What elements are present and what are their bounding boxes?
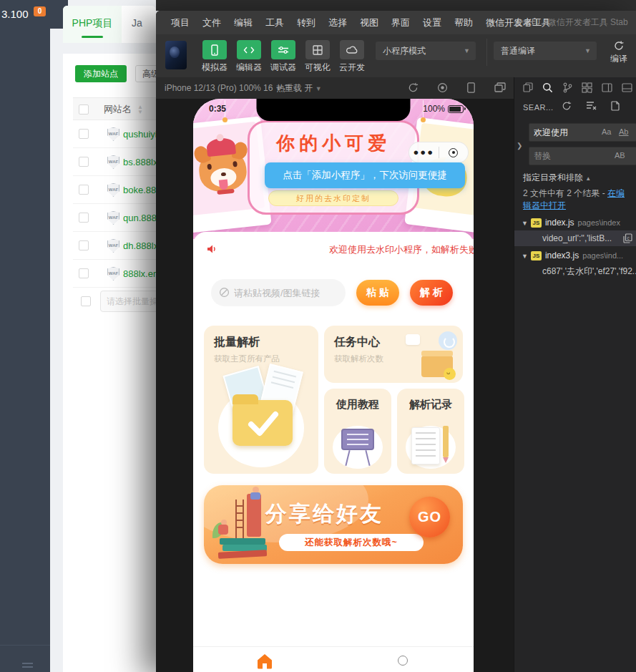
- visual-icon[interactable]: [305, 40, 330, 59]
- editor-toggle[interactable]: 编辑器: [232, 40, 266, 74]
- menu-settings[interactable]: 设置: [416, 16, 448, 29]
- device-frame-icon[interactable]: [466, 82, 476, 93]
- add-miniapp-tooltip[interactable]: 点击「添加小程序」，下次访问更便捷: [265, 162, 465, 188]
- batch-checkbox[interactable]: [81, 296, 91, 306]
- site-link[interactable]: bs.888lx.: [123, 148, 156, 176]
- preserve-case-icon[interactable]: AB: [615, 151, 625, 160]
- row-checkbox[interactable]: [79, 213, 89, 223]
- table-row[interactable]: WAF dh.888lx.: [73, 232, 156, 260]
- record-icon[interactable]: [437, 82, 448, 93]
- menu-burger-icon[interactable]: [22, 661, 33, 670]
- go-button[interactable]: GO: [409, 497, 450, 537]
- menu-file[interactable]: 文件: [196, 16, 228, 29]
- menu-edit[interactable]: 编辑: [228, 16, 259, 29]
- toggle-replace-icon[interactable]: ❯: [517, 142, 522, 150]
- menu-select[interactable]: 选择: [322, 16, 353, 29]
- batch-parse-card[interactable]: 批量解析 获取主页所有产品: [204, 326, 318, 474]
- header-title: 你的小可爱: [250, 131, 417, 156]
- row-checkbox[interactable]: [79, 185, 89, 195]
- close-target-icon[interactable]: [439, 148, 469, 157]
- result-file-row[interactable]: ▼JSindex.jspages\index: [514, 215, 636, 230]
- table-row[interactable]: WAF qushuiyi: [73, 120, 156, 148]
- whole-word-icon[interactable]: Ab: [619, 127, 628, 136]
- menu-tools[interactable]: 工具: [259, 16, 290, 29]
- layout-icon[interactable]: [602, 83, 612, 92]
- rotate-icon[interactable]: [408, 82, 419, 93]
- tab-java-project[interactable]: Ja: [132, 6, 142, 43]
- menu-goto[interactable]: 转到: [290, 16, 322, 29]
- row-checkbox[interactable]: [79, 240, 89, 250]
- row-checkbox[interactable]: [79, 268, 89, 278]
- replace-preview-icon[interactable]: c: [623, 233, 632, 243]
- mode-select[interactable]: 小程序模式 ▼: [376, 42, 476, 60]
- paste-button[interactable]: 粘 贴: [356, 280, 399, 306]
- compile-label: 编译: [604, 53, 634, 65]
- include-exclude-toggle[interactable]: 指定目录和排除 ▲: [523, 172, 591, 184]
- row-checkbox[interactable]: [79, 129, 89, 139]
- editor-icon[interactable]: [237, 40, 261, 59]
- user-avatar[interactable]: [165, 41, 187, 69]
- extensions-icon[interactable]: [582, 82, 592, 93]
- device-select[interactable]: iPhone 12/13 (Pro) 100% 16 ▼: [165, 77, 282, 99]
- share-banner[interactable]: 分享给好友 还能获取解析次数哦~ GO: [204, 485, 463, 564]
- column-site-name[interactable]: 网站名: [104, 98, 132, 121]
- link-input[interactable]: [211, 279, 346, 306]
- task-center-card[interactable]: 任务中心 获取解析次数: [324, 326, 463, 383]
- visual-toggle[interactable]: 可视化: [300, 40, 335, 74]
- profile-tab-icon[interactable]: [398, 656, 408, 666]
- menu-ui[interactable]: 界面: [385, 16, 416, 29]
- records-card[interactable]: 解析记录: [397, 389, 464, 474]
- cloud-toggle[interactable]: 云开发: [335, 40, 369, 74]
- result-file-row[interactable]: ▼JSindex3.jspages\ind...: [514, 248, 636, 263]
- notification-badge[interactable]: 0: [34, 6, 46, 16]
- window-title-rest: - 微信开发者工具 Stab: [542, 17, 627, 27]
- collapse-caret-icon[interactable]: ▼: [522, 220, 528, 227]
- table-row[interactable]: WAF 888lx.em: [73, 260, 156, 288]
- site-link[interactable]: boke.888: [123, 176, 156, 204]
- match-case-icon[interactable]: Aa: [602, 127, 611, 136]
- site-link[interactable]: dh.888lx.: [123, 232, 156, 260]
- simulator-toggle[interactable]: 模拟器: [197, 40, 232, 74]
- more-menu-icon[interactable]: ●●●: [409, 143, 439, 162]
- advanced-button[interactable]: 高级: [135, 65, 156, 82]
- tab-php-project[interactable]: PHP项目: [63, 6, 122, 43]
- file-name: index3.js: [545, 250, 579, 260]
- clear-results-icon[interactable]: [586, 101, 597, 110]
- simulator-icon[interactable]: [202, 40, 227, 59]
- row-checkbox[interactable]: [79, 157, 89, 167]
- multi-window-icon[interactable]: [494, 82, 506, 92]
- cloud-icon[interactable]: [340, 40, 364, 59]
- compile-button[interactable]: 编译: [604, 39, 634, 65]
- select-all-checkbox[interactable]: [79, 104, 89, 115]
- source-control-icon[interactable]: [562, 82, 572, 93]
- result-match-row[interactable]: c687','去水印','ef27','f92...: [514, 263, 636, 279]
- menu-view[interactable]: 视图: [353, 16, 385, 29]
- hot-reload-select[interactable]: 热重载 开 ▼: [276, 77, 322, 99]
- add-site-button[interactable]: 添加站点: [75, 65, 127, 82]
- result-match-row-selected[interactable]: video_url':'','listB... c: [514, 230, 636, 246]
- refresh-results-icon[interactable]: [562, 101, 572, 111]
- table-row[interactable]: WAF qun.888l: [73, 204, 156, 232]
- site-link[interactable]: qushuiyi: [123, 120, 156, 148]
- files-icon[interactable]: [523, 82, 533, 92]
- home-tab-icon[interactable]: [256, 653, 273, 669]
- batch-action-select[interactable]: 请选择批量操: [100, 291, 156, 312]
- simulator-toolbar: iPhone 12/13 (Pro) 100% 16 ▼ 热重载 开 ▼: [156, 77, 514, 99]
- panel-icon[interactable]: [622, 83, 632, 92]
- tutorial-card[interactable]: 使用教程: [324, 389, 391, 474]
- table-row[interactable]: WAF bs.888lx.: [73, 148, 156, 176]
- menu-help[interactable]: 帮助: [448, 16, 479, 29]
- debugger-toggle[interactable]: 调试器: [266, 40, 300, 74]
- site-link[interactable]: qun.888l: [123, 204, 156, 232]
- compile-mode-select[interactable]: 普通编译 ▼: [494, 42, 597, 60]
- search-icon[interactable]: [542, 82, 553, 93]
- collapse-caret-icon[interactable]: ▼: [522, 253, 528, 260]
- battery-percent: 100%: [423, 104, 445, 114]
- parse-button[interactable]: 解 析: [410, 280, 453, 306]
- debugger-icon[interactable]: [271, 40, 295, 59]
- open-editor-icon[interactable]: [611, 101, 620, 111]
- table-row[interactable]: WAF boke.888: [73, 176, 156, 204]
- site-link[interactable]: 888lx.em: [123, 260, 156, 288]
- sort-icon[interactable]: ▲▼: [137, 104, 143, 115]
- menu-project[interactable]: 项目: [165, 16, 196, 29]
